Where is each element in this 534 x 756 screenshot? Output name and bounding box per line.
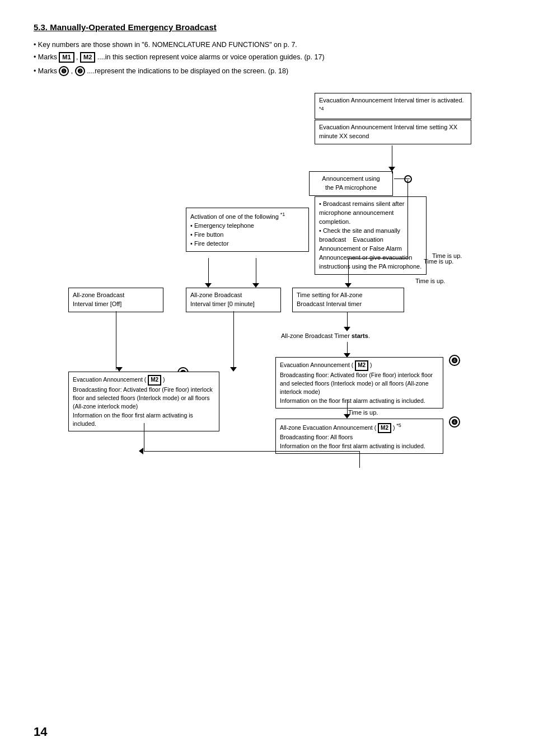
box-allzone-evac: All-zone Evacuation Announcement ( M2 ) …: [275, 419, 443, 453]
badge-m2-left: M2: [148, 375, 161, 386]
arrow-to-left-evac: [116, 367, 123, 372]
line-allzone-evac-down: [359, 451, 360, 468]
circle-2: ❷: [75, 66, 85, 76]
line-feedback-h2: [348, 258, 409, 259]
line-allzone-off-down: [116, 311, 116, 370]
time-is-up-2: Time is up.: [415, 278, 445, 284]
box-evac-interval-setting: Evacuation Announcement Interval time se…: [315, 120, 471, 144]
line-feedback-v: [407, 180, 408, 258]
allzone-timer-starts: All-zone Broadcast Timer starts.: [281, 332, 370, 339]
bullet-1: • Key numbers are those shown in "6. NOM…: [34, 41, 500, 49]
badge-m1: M1: [59, 52, 74, 63]
arrow-right-evac-down: [344, 414, 350, 419]
line-left-evac-down: [144, 423, 144, 451]
badge-m2-allzone: M2: [378, 423, 391, 434]
arrow-bottom-merge-left: [139, 448, 143, 454]
box-time-setting: Time setting for All-zoneBroadcast Inter…: [292, 288, 404, 312]
circle-1: ❶: [59, 66, 69, 76]
arrow-to-allzone-0min: [252, 283, 259, 288]
line-act-to-left: [208, 258, 209, 286]
box-allzone-0min: All-zone BroadcastInterval timer [0 minu…: [186, 288, 281, 312]
bullet-3: • Marks ❶ , ❷ ....represent the indicati…: [34, 66, 500, 76]
box-evac-announce-left: Evacuation Announcement ( M2 ) Broadcast…: [68, 372, 219, 431]
bullet-2: • Marks M1 , M2 ....in this section repr…: [34, 52, 500, 63]
arrow-to-allzone-off: [205, 283, 212, 288]
box-evac-interval-timer: Evacuation Announcement Interval timer i…: [315, 93, 471, 119]
line-bottom-merge: [144, 451, 359, 452]
line-act-to-mid: [256, 258, 256, 286]
box-broadcast-silent: • Broadcast remains silent after microph…: [315, 196, 427, 275]
arrow-to-time-setting: [345, 283, 352, 288]
line-feedback-h: [394, 179, 410, 179]
line-act-to-right: [348, 258, 349, 286]
badge-m2-header: M2: [80, 52, 95, 63]
circle-4-right: ❹: [449, 355, 460, 366]
page-number: 14: [34, 725, 47, 739]
bullet-list: • Key numbers are those shown in "6. NOM…: [34, 41, 500, 76]
time-is-up-3: Time is up.: [348, 409, 378, 416]
line-allzone-0min-down: [233, 311, 234, 370]
badge-m2-right: M2: [355, 360, 368, 371]
circle-connector: [404, 175, 412, 183]
arrow-to-left-evac2: [230, 367, 237, 372]
section-title: 5.3. Manually-Operated Emergency Broadca…: [34, 22, 500, 32]
circle-4-allzone: ❹: [449, 416, 460, 428]
box-activation: Activation of one of the following *1 • …: [186, 208, 309, 251]
box-pa-mic: Announcement usingthe PA microphone: [309, 171, 393, 196]
arrow-time-setting-down: [344, 327, 350, 331]
flowchart: Evacuation Announcement Interval timer i…: [35, 93, 499, 541]
box-allzone-off: All-zone BroadcastInterval timer [Off]: [68, 288, 163, 312]
box-evac-announce-right: Evacuation Announcement ( M2 ) Broadcast…: [275, 357, 443, 408]
line-from-top-interval: [392, 145, 392, 173]
time-is-up-right: Time is up.: [424, 258, 453, 265]
